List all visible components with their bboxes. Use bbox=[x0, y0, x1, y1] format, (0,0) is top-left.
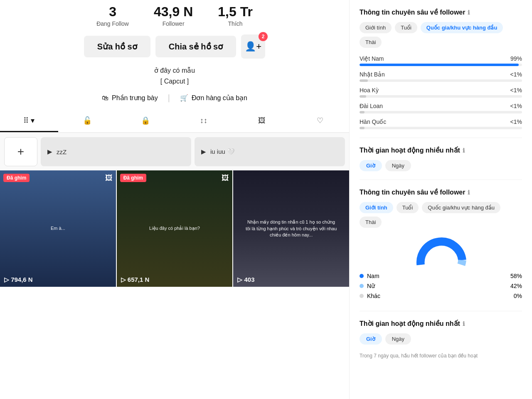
showcase-link[interactable]: 🛍 Phần trưng bày bbox=[102, 93, 158, 103]
info-icon-2: ℹ bbox=[463, 147, 465, 154]
legend-item-2: Nữ 42% bbox=[360, 283, 522, 289]
stats-row: 3 Đang Follow 43,9 N Follower 1,5 Tr Thí… bbox=[96, 4, 253, 27]
country-header-3: Hoa Kỳ <1% bbox=[360, 87, 522, 94]
pinned-card2-label: iu iuu 🤍 bbox=[210, 148, 235, 155]
pinned-card-2[interactable]: ▶ iu iuu 🤍 bbox=[195, 137, 345, 166]
legend-label-2: Nữ bbox=[367, 283, 375, 289]
followers-count: 43,9 N bbox=[154, 4, 193, 20]
activity-tab2-Giờ[interactable]: Giờ bbox=[360, 333, 382, 345]
gender-legend: Nam 58% Nữ 42% Khác 0% bbox=[360, 273, 522, 303]
filter-tab-Tuổi[interactable]: Tuổi bbox=[395, 22, 417, 33]
country-bar-fill-5 bbox=[360, 127, 365, 129]
country-item-2: Nhật Bản <1% bbox=[360, 71, 522, 82]
shop-row: 🛍 Phần trưng bày | 🛒 Đơn hàng của bạn bbox=[102, 93, 247, 103]
edit-profile-button[interactable]: Sửa hồ sơ bbox=[84, 36, 150, 57]
filter-tab2-Thài[interactable]: Thài bbox=[360, 217, 382, 228]
add-friend-button[interactable]: 👤+ 2 bbox=[241, 34, 265, 59]
activity-tabs-2: GiờNgày bbox=[360, 333, 522, 345]
country-pct-3: <1% bbox=[510, 87, 522, 94]
activity-tabs-1: GiờNgày bbox=[360, 160, 522, 171]
country-pct-2: <1% bbox=[510, 71, 522, 78]
country-bar-fill-3 bbox=[360, 95, 366, 98]
divider-3 bbox=[360, 311, 522, 311]
country-bar-bg-2 bbox=[360, 79, 522, 82]
filter-tabs-1: Giới tínhTuổiQuốc gia/khu vực hàng đầuTh… bbox=[360, 22, 522, 48]
share-profile-button[interactable]: Chia sẻ hồ sơ bbox=[155, 36, 236, 57]
stat-likes: 1,5 Tr Thích bbox=[218, 4, 253, 27]
country-bar-bg-4 bbox=[360, 111, 522, 113]
pinned-badge-2: Đã ghim bbox=[120, 174, 146, 182]
divider-2 bbox=[360, 180, 522, 180]
video-grid: Đã ghim🖼Em à...▷ 794,6 NĐã ghim🖼Liệu đây… bbox=[0, 170, 349, 287]
country-item-1: Việt Nam 99% bbox=[360, 55, 522, 66]
add-pinned-button[interactable]: + bbox=[4, 137, 37, 166]
country-item-5: Hàn Quốc <1% bbox=[360, 118, 522, 129]
legend-dot-1 bbox=[360, 274, 364, 278]
bio-line2: [ Capcut ] bbox=[160, 78, 189, 85]
country-pct-4: <1% bbox=[510, 103, 522, 109]
tab-videos[interactable]: ⠿ ▾ bbox=[0, 110, 58, 132]
info-icon-3: ℹ bbox=[468, 189, 470, 196]
activity-tab2-Ngày[interactable]: Ngày bbox=[385, 333, 411, 345]
tab-repost[interactable]: ↕↕ bbox=[175, 110, 233, 132]
legend-item-1: Nam 58% bbox=[360, 273, 522, 279]
country-header-5: Hàn Quốc <1% bbox=[360, 118, 522, 125]
country-header-1: Việt Nam 99% bbox=[360, 55, 522, 62]
bio-line1: ở đây có mẫu bbox=[154, 67, 195, 74]
legend-label-3: Khác bbox=[367, 293, 380, 299]
filter-tab2-Giới_tính[interactable]: Giới tính bbox=[360, 202, 393, 213]
tab-private[interactable]: 🔒 bbox=[116, 110, 175, 132]
video-caption-2: Liệu đây có phải là bạn? bbox=[128, 225, 221, 232]
country-item-4: Đài Loan <1% bbox=[360, 103, 522, 113]
filter-tab-Quốc_gia/khu_vực_hàng_đầu[interactable]: Quốc gia/khu vực hàng đầu bbox=[421, 22, 503, 33]
country-header-4: Đài Loan <1% bbox=[360, 103, 522, 109]
legend-dot-2 bbox=[360, 284, 364, 288]
pinned-card-1[interactable]: ▶ zzZ bbox=[41, 137, 191, 166]
play-count-1: ▷ 794,6 N bbox=[4, 276, 33, 283]
activity-title-1: Thời gian hoạt động nhiều nhất ℹ bbox=[360, 146, 522, 154]
info-icon-4: ℹ bbox=[463, 320, 465, 327]
notification-badge: 2 bbox=[259, 32, 268, 41]
follower-insights-title-2: Thông tin chuyên sâu về follower ℹ bbox=[360, 188, 522, 196]
country-list: Việt Nam 99% Nhật Bản <1% Hoa Kỳ <1% bbox=[360, 55, 522, 129]
video-thumb-3[interactable]: Nhận mấy dòng tin nhắn cũ 1 họ so chứng … bbox=[233, 170, 349, 287]
country-bar-bg-1 bbox=[360, 64, 522, 66]
country-name-3: Hoa Kỳ bbox=[360, 87, 379, 94]
country-header-2: Nhật Bản <1% bbox=[360, 71, 522, 78]
play-count-3: ▷ 403 bbox=[237, 276, 254, 283]
filter-tab2-Tuổi[interactable]: Tuổi bbox=[397, 202, 419, 213]
following-label: Đang Follow bbox=[96, 20, 129, 27]
orders-label: Đơn hàng của bạn bbox=[192, 94, 247, 102]
stat-following: 3 Đang Follow bbox=[96, 4, 129, 27]
tab-public[interactable]: 🔓 bbox=[58, 110, 116, 132]
filter-tab-Thài[interactable]: Thài bbox=[360, 37, 382, 48]
country-name-4: Đài Loan bbox=[360, 103, 383, 109]
tab-liked-icon: ♡ bbox=[317, 116, 323, 125]
activity-tab1-Giờ[interactable]: Giờ bbox=[360, 160, 382, 171]
bottom-note: Trong 7 ngày qua, hầu hết follower của b… bbox=[360, 352, 522, 360]
video-caption-3: Nhận mấy dòng tin nhắn cũ 1 họ so chứng … bbox=[245, 219, 337, 238]
legend-dot-3 bbox=[360, 294, 364, 298]
followers-label: Follower bbox=[163, 20, 185, 27]
legend-left-2: Nữ bbox=[360, 283, 375, 289]
country-name-1: Việt Nam bbox=[360, 55, 384, 62]
right-panel: Thông tin chuyên sâu về follower ℹ Giới … bbox=[349, 0, 532, 399]
video-thumb-2[interactable]: Đã ghim🖼Liệu đây có phải là bạn?▷ 657,1 … bbox=[117, 170, 233, 287]
orders-link[interactable]: 🛒 Đơn hàng của bạn bbox=[180, 93, 247, 103]
legend-label-1: Nam bbox=[367, 273, 379, 279]
orders-icon: 🛒 bbox=[180, 94, 188, 102]
play-count-2: ▷ 657,1 N bbox=[121, 276, 150, 283]
tab-liked[interactable]: ♡ bbox=[291, 110, 349, 132]
video-thumb-1[interactable]: Đã ghim🖼Em à...▷ 794,6 N bbox=[0, 170, 116, 287]
filter-tab-Giới_tính[interactable]: Giới tính bbox=[360, 22, 392, 33]
tab-tagged[interactable]: 🖼 bbox=[233, 110, 291, 132]
showcase-label: Phần trưng bày bbox=[112, 94, 158, 102]
country-name-5: Hàn Quốc bbox=[360, 118, 386, 125]
legend-pct-1: 58% bbox=[510, 273, 522, 279]
likes-count: 1,5 Tr bbox=[218, 4, 253, 20]
content-tabs: ⠿ ▾ 🔓 🔒 ↕↕ 🖼 ♡ bbox=[0, 110, 349, 133]
pipe-divider: | bbox=[168, 93, 170, 103]
tab-private-icon: 🔒 bbox=[141, 116, 150, 125]
activity-tab1-Ngày[interactable]: Ngày bbox=[385, 160, 411, 171]
filter-tab2-Quốc_gia/khu_vực_hàng_đầu[interactable]: Quốc gia/khu vực hàng đầu bbox=[422, 202, 500, 213]
